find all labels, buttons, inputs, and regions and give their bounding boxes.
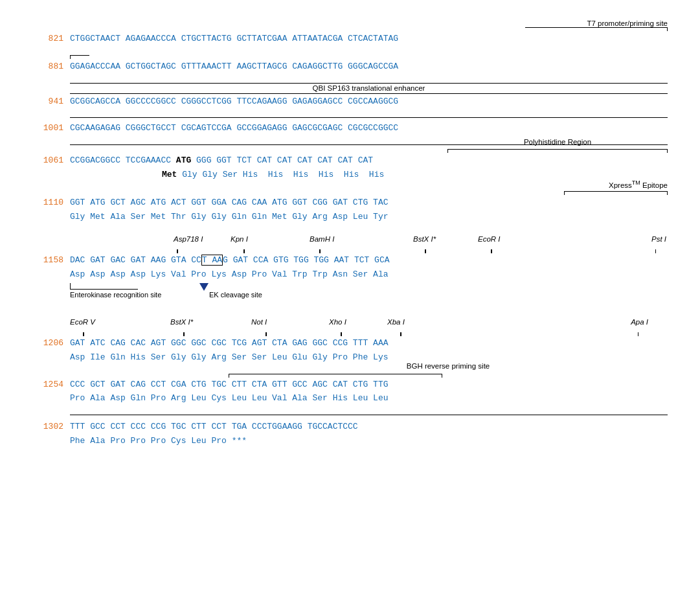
- line-number-941: 941: [32, 95, 63, 109]
- seq-line-1158: 1158 DAC GAT GAC GAT AAG GTA CCT AAG GAT…: [32, 254, 668, 268]
- bgh-label: BGH reverse priming site: [407, 362, 490, 370]
- aa-seq-1302: Phe Ala Pro Pro Pro Cys Leu Pro ***: [32, 435, 668, 448]
- line-number-1206: 1206: [32, 337, 63, 350]
- dna-seq-881: GGAGACCCAA GCTGGCTAGC GTTTAAACTT AAGCTTA…: [70, 60, 668, 74]
- aa-1158: Asp Asp Asp Asp Lys Val Pro Lys Asp Pro …: [70, 268, 668, 282]
- dna-seq-1061: CCGGACGGCC TCCGAAACC ATG GGG GGT TCT CAT…: [70, 154, 668, 168]
- aa-seq-1061: Met Gly Gly Ser His His His His His His: [32, 168, 668, 182]
- ek-cleavage-label: EK cleavage site: [209, 291, 262, 299]
- xba-label: Xba I: [387, 318, 405, 326]
- ecor1a-label: EcoR I: [478, 235, 501, 243]
- line-number-1254: 1254: [32, 378, 63, 392]
- aa-seq-1206: Asp Ile Gln His Ser Gly Gly Arg Ser Ser …: [32, 351, 668, 365]
- dna-seq-1110: GGT ATG GCT AGC ATG ACT GGT GGA CAG CAA …: [70, 196, 668, 210]
- aa-seq-1110: Gly Met Ala Ser Met Thr Gly Gly Gln Gln …: [32, 211, 668, 224]
- line-number-1302: 1302: [32, 420, 63, 434]
- enterokinase-label: Enterokinase recognition site: [70, 291, 161, 299]
- dna-seq-1158: DAC GAT GAC GAT AAG GTA CCT AAG GAT CCA …: [70, 254, 668, 268]
- qbi-label: QBI SP163 translational enhancer: [313, 84, 425, 92]
- dna-seq-1302: TTT GCC CCT CCC CCG TGC CTT CCT TGA CCCT…: [70, 420, 668, 434]
- line-number-1061: 1061: [32, 154, 63, 168]
- dna-seq-1001: CGCAAGAGAG CGGGCTGCCT CGCAGTCCGA GCCGGAG…: [70, 122, 668, 135]
- aa-seq-1254: Pro Ala Asp Gln Pro Arg Leu Cys Leu Leu …: [32, 392, 668, 405]
- asp718-label: Asp718 I: [174, 235, 203, 243]
- dna-seq-821: CTGGCTAACT AGAGAACCCA CTGCTTACTG GCTTATC…: [70, 32, 668, 46]
- kpn-label: Kpn I: [231, 235, 248, 243]
- line-number-1110: 1110: [32, 196, 63, 210]
- seq-line-941: 941 GCGGCAGCCA GGCCCCGGCC CGGGCCTCGG TTC…: [32, 95, 668, 109]
- not-label: Not I: [251, 318, 267, 326]
- t7-promoter-label: T7 promoter/priming site: [587, 19, 668, 27]
- seq-line-1302: 1302 TTT GCC CCT CCC CCG TGC CTT CCT TGA…: [32, 420, 668, 434]
- sequence-map: T7 promoter/priming site 821 CTGGCTAACT …: [19, 13, 681, 464]
- dna-seq-941: GCGGCAGCCA GGCCCCGGCC CGGGCCTCGG TTCCAGA…: [70, 95, 668, 109]
- bamh-label: BamH I: [310, 235, 334, 243]
- seq-line-1110: 1110 GGT ATG GCT AGC ATG ACT GGT GGA CAG…: [32, 196, 668, 210]
- aa-1254: Pro Ala Asp Gln Pro Arg Leu Cys Leu Leu …: [70, 392, 668, 405]
- ek-cleavage-arrow: [199, 283, 209, 291]
- xho-label: Xho I: [329, 318, 346, 326]
- aa-1206: Asp Ile Gln His Ser Gly Gly Arg Ser Ser …: [70, 351, 668, 365]
- section-1061: Polyhistidine Region 1061 CCGGACGGCC TCC…: [32, 149, 668, 182]
- dna-seq-1254: CCC GCT GAT CAG CCT CGA CTG TGC CTT CTA …: [70, 378, 668, 392]
- dna-seq-1206: GAT ATC CAG CAC AGT GGC GGC CGC TCG AGT …: [70, 337, 668, 350]
- line-number-881: 881: [32, 60, 63, 74]
- line-number-1001: 1001: [32, 122, 63, 135]
- section-881: 881 GGAGACCCAA GCTGGCTAGC GTTTAAACTT AAG…: [32, 55, 668, 74]
- polyhistidine-label: Polyhistidine Region: [524, 138, 591, 146]
- aa-1302: Phe Ala Pro Pro Pro Cys Leu Pro ***: [70, 435, 668, 448]
- bstx1a-label: BstX I*: [413, 235, 436, 243]
- pst-label: Pst I: [651, 235, 666, 243]
- line-number-821: 821: [32, 32, 63, 46]
- seq-line-1061: 1061 CCGGACGGCC TCCGAAACC ATG GGG GGT TC…: [32, 154, 668, 168]
- line-number-1158: 1158: [32, 254, 63, 268]
- section-1254: BGH reverse priming site 1254 CCC GCT GA…: [32, 374, 668, 406]
- apa-label: Apa I: [631, 318, 648, 326]
- section-1158: Asp718 I Kpn I BamH I BstX I* EcoR I Pst…: [32, 233, 668, 304]
- section-1001: 1001 CGCAAGAGAG CGGGCTGCCT CGCAGTCCGA GC…: [32, 122, 668, 135]
- section-1206: EcoR V BstX I* Not I Xho I Xba I Apa I 1…: [32, 315, 668, 365]
- aa-1110: Gly Met Ala Ser Met Thr Gly Gly Gln Gln …: [70, 211, 668, 224]
- section-821: T7 promoter/priming site 821 CTGGCTAACT …: [32, 19, 668, 46]
- aa-seq-1158: Asp Asp Asp Asp Lys Val Pro Lys Asp Pro …: [32, 268, 668, 282]
- xpress-label: XpressTM Epitope: [609, 179, 668, 189]
- seq-line-1001: 1001 CGCAAGAGAG CGGGCTGCCT CGCAGTCCGA GC…: [32, 122, 668, 135]
- ecorv-label: EcoR V: [70, 318, 95, 326]
- seq-line-1254: 1254 CCC GCT GAT CAG CCT CGA CTG TGC CTT…: [32, 378, 668, 392]
- seq-line-1206: 1206 GAT ATC CAG CAC AGT GGC GGC CGC TCG…: [32, 337, 668, 350]
- section-941: 941 GCGGCAGCCA GGCCCCGGCC CGGGCCTCGG TTC…: [32, 95, 668, 109]
- bstx1b-label: BstX I*: [170, 318, 193, 326]
- seq-line-881: 881 GGAGACCCAA GCTGGCTAGC GTTTAAACTT AAG…: [32, 60, 668, 74]
- section-1110: XpressTM Epitope 1110 GGT ATG GCT AGC AT…: [32, 191, 668, 224]
- section-1302: 1302 TTT GCC CCT CCC CCG TGC CTT CCT TGA…: [32, 420, 668, 448]
- seq-line-821: 821 CTGGCTAACT AGAGAACCCA CTGCTTACTG GCT…: [32, 32, 668, 46]
- aa-1061: Met Gly Gly Ser His His His His His His: [70, 168, 668, 182]
